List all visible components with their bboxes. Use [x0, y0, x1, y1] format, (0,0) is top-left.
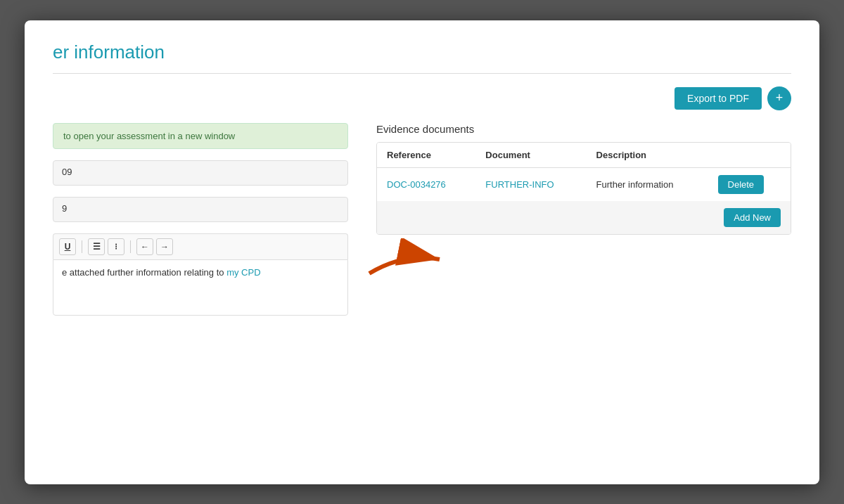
toolbar-divider-2 [130, 240, 131, 253]
cell-document: FURTHER-INFO [475, 167, 586, 201]
toolbar-divider-1 [82, 240, 82, 253]
right-panel: Evidence documents Reference Document De… [376, 123, 791, 316]
top-bar: Export to PDF + [53, 86, 791, 110]
evidence-table: Reference Document Description DOC-00342… [377, 143, 791, 234]
redo-button[interactable]: → [156, 238, 173, 255]
add-new-button[interactable]: Add New [724, 208, 781, 227]
delete-button[interactable]: Delete [718, 175, 765, 194]
cpd-link[interactable]: my CPD [226, 267, 260, 278]
table-header-row: Reference Document Description [377, 143, 791, 168]
cell-reference: DOC-0034276 [377, 167, 475, 201]
editor-toolbar: U ☰ ⁝ ← → [53, 233, 348, 259]
evidence-section-title: Evidence documents [376, 123, 791, 135]
reference-link[interactable]: DOC-0034276 [387, 179, 446, 190]
export-pdf-button[interactable]: Export to PDF [674, 87, 762, 110]
left-panel: to open your assessment in a new window … [53, 123, 348, 316]
cell-delete: Delete [708, 167, 791, 201]
unordered-list-button[interactable]: ⁝ [108, 238, 124, 255]
ordered-list-button[interactable]: ☰ [88, 238, 105, 255]
editor-content[interactable]: e attached further information relating … [53, 259, 348, 316]
field-1[interactable]: 09 [53, 160, 348, 186]
add-circle-button[interactable]: + [767, 86, 791, 110]
field-2[interactable]: 9 [53, 197, 348, 222]
document-link[interactable]: FURTHER-INFO [485, 179, 554, 190]
content-area: to open your assessment in a new window … [53, 123, 791, 316]
col-document: Document [475, 143, 586, 168]
col-actions [708, 143, 791, 168]
info-banner: to open your assessment in a new window [53, 123, 348, 149]
undo-button[interactable]: ← [136, 238, 153, 255]
col-reference: Reference [377, 143, 475, 168]
add-new-row: Add New [377, 201, 791, 234]
evidence-table-wrapper: Reference Document Description DOC-00342… [376, 142, 791, 235]
underline-button[interactable]: U [59, 238, 76, 255]
table-row: DOC-0034276 FURTHER-INFO Further informa… [377, 167, 791, 201]
page-title: er information [53, 41, 791, 74]
col-description: Description [587, 143, 708, 168]
add-new-cell: Add New [377, 201, 791, 234]
rich-text-editor: U ☰ ⁝ ← → e attached further information… [53, 233, 348, 316]
main-window: er information Export to PDF + to open y… [25, 20, 819, 484]
cell-description: Further information [587, 167, 708, 201]
